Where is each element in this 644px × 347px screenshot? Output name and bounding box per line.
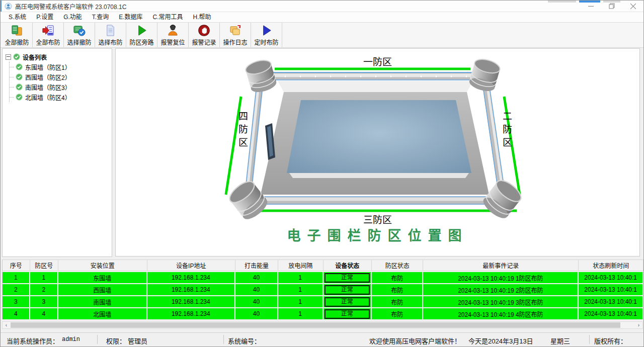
col-header-refresh-time[interactable]: 状态刷新时间 bbox=[579, 260, 643, 271]
cell-zone-no: 3 bbox=[30, 296, 58, 307]
tool-label: 全部布防 bbox=[36, 38, 60, 46]
zone-bypass-button[interactable]: 防区旁路 bbox=[126, 23, 157, 47]
cell-location: 南围墙 bbox=[58, 296, 146, 307]
arm-all-button[interactable]: 全部布防 bbox=[33, 23, 64, 47]
arm-select-button[interactable]: 选择布防 bbox=[95, 23, 126, 47]
cell-index: 4 bbox=[3, 308, 29, 319]
col-header-device-status[interactable]: 设备状态 bbox=[324, 260, 372, 271]
status-bar: 当前系统操作员： admin 权限： 管理员 系统编号： 欢迎使用高压电网客户端… bbox=[1, 332, 643, 346]
table-row[interactable]: 3 3 南围墙 192.168.1.234 40 1 正常 布防 2024-03… bbox=[3, 296, 643, 307]
statusbar-separator bbox=[97, 335, 98, 344]
toolbar: 全部撤防 全部布防 选择撤防 bbox=[1, 23, 643, 48]
tree-item-zone4[interactable]: 北围墙（防区4） bbox=[10, 92, 111, 102]
tree-item-zone3[interactable]: 南围墙（防区3） bbox=[10, 82, 111, 92]
scroll-left-arrow[interactable]: ‹ bbox=[3, 322, 10, 328]
col-header-zone-no[interactable]: 防区号 bbox=[30, 260, 59, 271]
horizontal-scrollbar[interactable]: ‹ › bbox=[2, 321, 643, 329]
tree-item-label: 北围墙（防区4） bbox=[25, 93, 71, 102]
taskbar-peek-artifact bbox=[548, 1, 576, 3]
col-header-energy[interactable]: 打击能量 bbox=[235, 260, 278, 271]
cell-refresh-time: 2024-03-13 10:40:1 bbox=[579, 272, 642, 283]
menu-functions[interactable]: G.功能 bbox=[58, 12, 87, 22]
cell-device-status: 正常 bbox=[324, 308, 371, 319]
tree-item-zone1[interactable]: 东围墙（防区1） bbox=[10, 62, 111, 72]
wall-device bbox=[265, 123, 275, 160]
tool-label: 报警复位 bbox=[160, 38, 185, 46]
tree-children: 东围墙（防区1） 西围墙（防区2） 南围墙（防区3） bbox=[9, 62, 111, 102]
tree-root-device-list[interactable]: 设备列表 bbox=[6, 52, 111, 62]
cell-interval: 1 bbox=[278, 308, 323, 319]
menu-settings[interactable]: P.设置 bbox=[31, 12, 58, 22]
close-button[interactable] bbox=[622, 1, 643, 12]
app-icon bbox=[5, 3, 12, 10]
tree-connector bbox=[10, 77, 14, 77]
cell-energy: 40 bbox=[235, 296, 277, 307]
cell-zone-status: 布防 bbox=[372, 308, 422, 319]
tree-item-label: 西围墙（防区2） bbox=[25, 73, 71, 81]
statusbar-separator bbox=[589, 335, 590, 344]
cell-device-status: 正常 bbox=[324, 272, 371, 283]
alarm-reset-icon bbox=[167, 24, 179, 37]
timed-arm-button[interactable]: 定时布防 bbox=[251, 23, 282, 47]
alarm-reset-button[interactable]: 报警复位 bbox=[157, 23, 189, 47]
col-header-interval[interactable]: 放电间隔 bbox=[278, 260, 324, 271]
menu-database[interactable]: E.数据库 bbox=[114, 12, 147, 22]
scrollbar-thumb[interactable] bbox=[11, 322, 620, 328]
cell-refresh-time: 2024-03-13 10:40:1 bbox=[579, 284, 642, 295]
device-status-badge: 正常 bbox=[325, 285, 370, 295]
device-tree-panel: 设备列表 东围墙（防区1） 西围墙（防区2 bbox=[2, 48, 112, 257]
zone-label-4: 四防区 bbox=[235, 111, 249, 150]
cell-zone-no: 2 bbox=[30, 284, 58, 295]
tool-label: 选择布防 bbox=[98, 38, 122, 46]
platform-base bbox=[289, 173, 469, 178]
table-row[interactable]: 4 4 北围墙 192.168.1.234 40 1 正常 布防 2024-03… bbox=[3, 308, 643, 319]
cell-refresh-time: 2024-03-13 10:40:1 bbox=[579, 296, 642, 307]
disarm-select-button[interactable]: 选择撤防 bbox=[64, 23, 95, 47]
alarm-record-button[interactable]: 报警记录 bbox=[189, 23, 220, 47]
table-row[interactable]: 1 1 东围墙 192.168.1.234 40 1 正常 布防 2024-03… bbox=[3, 272, 643, 283]
menu-help[interactable]: H.帮助 bbox=[188, 12, 216, 22]
col-header-latest-event[interactable]: 最新事件记录 bbox=[423, 260, 579, 271]
check-circle-icon bbox=[16, 94, 23, 101]
center-platform bbox=[287, 100, 471, 173]
taskbar-peek-artifact bbox=[603, 1, 620, 3]
tree-connector bbox=[10, 67, 14, 67]
welcome-text: 欢迎使用高压电网客户端软件！ bbox=[369, 336, 461, 345]
cell-energy: 40 bbox=[235, 272, 277, 283]
cell-ip: 192.168.1.234 bbox=[147, 296, 234, 307]
cell-latest-event: 2024-03-13 10:40:19 2防区布防 bbox=[423, 284, 578, 295]
scroll-right-arrow[interactable]: › bbox=[635, 322, 642, 328]
check-circle-icon bbox=[13, 53, 20, 60]
cell-energy: 40 bbox=[235, 308, 277, 319]
date-text: 今天是2024年3月13日 bbox=[468, 336, 533, 345]
menu-query[interactable]: T.查询 bbox=[87, 12, 114, 22]
table-header-row: 序号 防区号 安装位置 设备IP地址 打击能量 放电间隔 设备状态 防区状态 最… bbox=[3, 259, 643, 271]
cell-zone-status: 布防 bbox=[372, 272, 422, 283]
tool-label: 报警记录 bbox=[192, 38, 216, 46]
disarm-select-icon bbox=[73, 24, 86, 37]
col-header-location[interactable]: 安装位置 bbox=[58, 260, 147, 271]
zone-label-2: 二防区 bbox=[500, 111, 513, 150]
table-row[interactable]: 2 2 西围墙 192.168.1.234 40 1 正常 布防 2024-03… bbox=[3, 284, 643, 295]
tree-collapse-icon[interactable] bbox=[6, 54, 11, 60]
device-status-badge: 正常 bbox=[325, 309, 370, 319]
menu-system[interactable]: S.系统 bbox=[4, 12, 31, 22]
cell-latest-event: 2024-03-13 10:40:19 3防区布防 bbox=[423, 296, 578, 307]
tree-item-zone2[interactable]: 西围墙（防区2） bbox=[10, 72, 111, 82]
col-header-index[interactable]: 序号 bbox=[3, 260, 30, 271]
col-header-zone-status[interactable]: 防区状态 bbox=[372, 260, 423, 271]
menu-tools[interactable]: C.常用工具 bbox=[148, 12, 188, 22]
cell-latest-event: 2024-03-13 10:40:19 1防区布防 bbox=[423, 272, 578, 283]
operation-log-button[interactable]: 操作日志 bbox=[220, 23, 251, 47]
cell-device-status: 正常 bbox=[324, 296, 371, 307]
tree-item-label: 东围墙（防区1） bbox=[25, 63, 71, 71]
check-circle-icon bbox=[16, 63, 23, 70]
operator-label: 当前系统操作员： bbox=[7, 336, 59, 345]
system-no-label: 系统编号： bbox=[228, 336, 261, 345]
cell-refresh-time: 2024-03-13 10:40:1 bbox=[579, 308, 642, 319]
arm-all-icon bbox=[42, 24, 54, 37]
col-header-ip[interactable]: 设备IP地址 bbox=[147, 260, 235, 271]
cell-index: 1 bbox=[3, 272, 29, 283]
inner-wall-face bbox=[278, 81, 473, 92]
disarm-all-button[interactable]: 全部撤防 bbox=[2, 23, 33, 47]
